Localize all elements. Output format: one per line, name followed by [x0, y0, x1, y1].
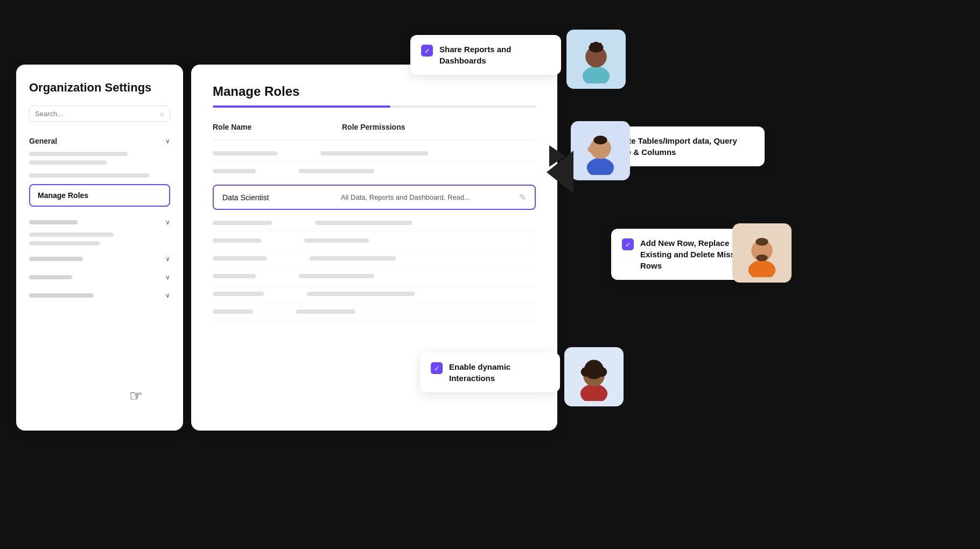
row-line: [213, 292, 264, 296]
svg-point-17: [581, 367, 591, 377]
connector-triangle: [547, 151, 573, 194]
search-bar[interactable]: ⌕: [29, 105, 170, 122]
sidebar: Organization Settings ⌕ General ∨ Manage…: [16, 65, 183, 431]
chevron-3: ∨: [165, 273, 170, 281]
check-icon-3: ✓: [622, 238, 634, 250]
table-row: [213, 145, 536, 163]
svg-point-5: [598, 43, 602, 46]
manage-roles-label: Manage Roles: [38, 191, 88, 200]
sidebar-bottom-line-2: [29, 257, 83, 261]
row-line: [299, 274, 374, 278]
row-line: [296, 309, 355, 314]
manage-roles-item[interactable]: Manage Roles: [29, 184, 170, 207]
card-enable-dynamic: ✓ Enable dynamic Interactions: [420, 353, 560, 392]
table-row: [213, 232, 536, 250]
row-line: [213, 238, 261, 243]
row-line: [304, 238, 369, 243]
table-row: [213, 214, 536, 232]
sidebar-bottom-row-3: ∨: [29, 268, 170, 286]
row-line: [213, 309, 253, 314]
row-line: [213, 274, 256, 278]
table-divider: [213, 140, 536, 140]
svg-point-6: [587, 158, 614, 175]
sidebar-line-1: [29, 152, 128, 156]
search-icon: ⌕: [160, 109, 164, 118]
check-icon-4: ✓: [431, 362, 443, 374]
avatar-4: [570, 353, 618, 401]
avatar-card-3: [732, 223, 792, 283]
card-text-enable-dynamic: Enable dynamic Interactions: [449, 361, 549, 384]
sidebar-line-2: [29, 160, 107, 165]
row-line: [213, 169, 256, 173]
avatar-2: [576, 126, 625, 175]
row-line: [315, 221, 412, 225]
edit-icon[interactable]: ✎: [519, 192, 526, 202]
row-line: [213, 151, 277, 156]
sidebar-section-general: General ∨: [29, 135, 170, 165]
sidebar-bottom-sections: ∨ ∨ ∨ ∨: [29, 213, 170, 305]
check-icon-1: ✓: [421, 45, 433, 57]
svg-point-4: [590, 43, 594, 46]
sidebar-bottom-line-4: [29, 293, 94, 298]
chevron-4: ∨: [165, 292, 170, 299]
table-row: [213, 250, 536, 268]
avatar-card-1: [566, 30, 626, 89]
card-text-share-reports: Share Reports and Dashboards: [439, 44, 550, 66]
row-line: [320, 151, 428, 156]
role-name-cell: Data Scientist: [222, 193, 341, 202]
progress-bar: [213, 105, 536, 108]
general-chevron: ∨: [165, 137, 170, 145]
table-headers: Role Name Role Permissions: [213, 123, 536, 131]
highlighted-row-data-scientist[interactable]: Data Scientist All Data, Reports and Das…: [213, 185, 536, 210]
table-row: [213, 303, 536, 321]
chevron-1: ∨: [165, 219, 170, 226]
table-row: [213, 285, 536, 303]
svg-point-18: [597, 367, 607, 377]
table-row: [213, 268, 536, 285]
col-role-perms: Role Permissions: [342, 123, 536, 131]
row-line: [299, 169, 374, 173]
row-line: [307, 292, 415, 296]
sidebar-bottom-row-2: ∨: [29, 250, 170, 268]
col-role-name: Role Name: [213, 123, 342, 131]
svg-point-8: [593, 136, 607, 144]
general-label: General: [29, 137, 57, 145]
svg-point-12: [755, 238, 768, 245]
sidebar-bottom-line-3: [29, 275, 72, 279]
svg-point-9: [588, 146, 592, 152]
chevron-2: ∨: [165, 255, 170, 263]
sidebar-bottom-row-4: ∨: [29, 286, 170, 305]
main-title: Manage Roles: [213, 84, 536, 99]
svg-point-14: [580, 384, 607, 402]
svg-point-10: [748, 261, 775, 278]
search-input[interactable]: [35, 110, 156, 118]
avatar-card-4: [564, 347, 624, 406]
row-line: [213, 256, 267, 261]
sidebar-bottom-row-1: ∨: [29, 213, 170, 231]
card-share-reports: ✓ Share Reports and Dashboards: [410, 35, 561, 75]
avatar-3: [738, 229, 786, 277]
svg-point-0: [583, 67, 610, 84]
role-permissions-cell: All Data, Reports and Dashboard, Read...: [341, 193, 513, 201]
sidebar-title: Organization Settings: [29, 81, 170, 95]
row-line: [310, 256, 396, 261]
sidebar-bottom-line-1: [29, 220, 78, 224]
avatar-card-2: [571, 121, 630, 180]
svg-point-13: [756, 255, 768, 262]
general-section-header[interactable]: General ∨: [29, 135, 170, 147]
card-text-create-tables: Create Tables/Import data, Query Table &…: [611, 135, 754, 158]
svg-marker-19: [547, 151, 573, 194]
cursor-hand: ☞: [129, 387, 143, 405]
sidebar-line-5: [29, 241, 100, 245]
table-row: [213, 163, 536, 180]
sidebar-line-3: [29, 173, 149, 178]
sidebar-line-4: [29, 233, 114, 237]
avatar-1: [572, 35, 620, 83]
progress-bar-fill: [213, 105, 390, 108]
row-line: [213, 221, 272, 225]
